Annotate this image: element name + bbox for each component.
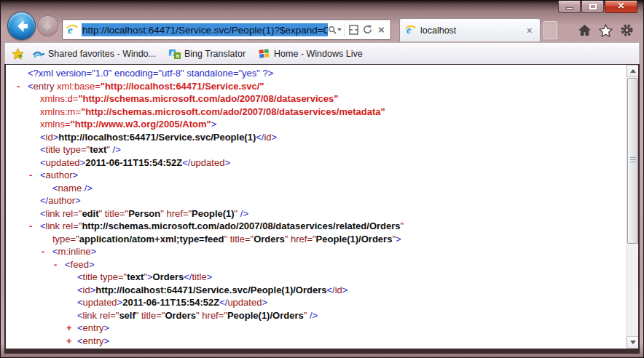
xml-token: http://schemas.microsoft.com/ado/2007/08… — [82, 220, 400, 231]
favorite-home-windows-live[interactable]: Home - Windows Live — [259, 48, 363, 59]
xml-token: < — [28, 81, 34, 92]
add-favorite-button[interactable] — [12, 48, 24, 60]
xml-token: link — [83, 310, 98, 321]
xml-token: link — [46, 220, 60, 231]
xml-line: -<entry xml:base="http://localhost:64471… — [28, 80, 626, 93]
xml-token: xmlns:m= — [40, 106, 81, 117]
star-icon — [599, 24, 613, 37]
xml-token: 2011-06-11T15:54:52Z — [122, 297, 219, 308]
xml-token: Orders — [165, 310, 196, 321]
xml-token: > — [224, 157, 230, 168]
xml-line: -<author> — [28, 169, 626, 182]
arrow-down-icon — [630, 341, 636, 344]
collapse-toggle[interactable]: - — [17, 80, 28, 93]
xml-token: name — [58, 183, 82, 194]
xml-token: application/atom+xml;type=feed — [79, 234, 224, 244]
xml-line: xmlns:d="http://schemas.microsoft.com/ad… — [28, 92, 626, 106]
xml-line: <id>http://localhost:64471/Service.svc/P… — [28, 284, 626, 297]
xml-token: </ — [65, 348, 73, 349]
divider — [344, 23, 345, 36]
xml-token: < — [40, 220, 46, 231]
xml-token: </ — [182, 157, 190, 168]
xml-token: < — [40, 144, 46, 155]
xml-token: < — [77, 310, 83, 321]
content-frame: <?xml version="1.0" encoding="utf-8" sta… — [4, 64, 640, 354]
new-tab-button[interactable] — [543, 21, 557, 39]
minimize-button[interactable] — [558, 1, 581, 13]
xml-token: > — [75, 195, 81, 206]
xml-token: < — [77, 271, 83, 282]
collapse-toggle[interactable]: - — [54, 258, 65, 271]
xml-token: title — [83, 271, 98, 282]
xml-token: " — [401, 220, 404, 231]
expand-toggle[interactable]: + — [66, 335, 77, 348]
close-icon: ✕ — [605, 1, 637, 12]
xml-document: <?xml version="1.0" encoding="utf-8" sta… — [6, 65, 626, 349]
xml-token: < — [52, 246, 58, 257]
favorite-bing-translator[interactable]: あa Bing Translator — [169, 48, 246, 59]
xml-token: < — [77, 297, 83, 308]
stop-icon: × — [378, 24, 385, 35]
view-favorites-button[interactable] — [598, 23, 613, 38]
xml-token: link — [46, 208, 60, 219]
tab-localhost[interactable]: e localhost × — [399, 18, 541, 41]
collapse-toggle[interactable]: - — [29, 220, 40, 233]
xml-line: <updated>2011-06-11T15:54:52Z</updated> — [28, 156, 626, 170]
close-button[interactable]: ✕ — [605, 1, 637, 13]
xml-token: People(1)/Orders — [227, 310, 304, 321]
xml-token: > — [104, 335, 110, 346]
scroll-down-button[interactable] — [627, 336, 638, 349]
stop-button[interactable]: × — [374, 21, 388, 38]
compatibility-view-icon — [349, 25, 358, 35]
xml-token: " title=" — [224, 234, 254, 244]
xml-token: entry — [83, 322, 104, 333]
favorite-label: Bing Translator — [184, 49, 246, 59]
xml-token: updated — [190, 157, 224, 168]
favorite-label: Home - Windows Live — [274, 49, 363, 59]
xml-token: self — [119, 310, 135, 321]
xml-token: > — [90, 246, 96, 257]
maximize-icon — [589, 4, 597, 9]
xml-token: id — [335, 285, 342, 295]
xml-token: 2011-06-11T15:54:52Z — [85, 157, 182, 168]
expand-toggle[interactable]: + — [66, 322, 77, 335]
xml-token: "http://schemas.microsoft.com/ado/2007/0… — [81, 106, 385, 117]
xml-token: People(1)/Orders — [316, 234, 393, 244]
xml-token: > — [104, 322, 110, 333]
search-button[interactable] — [328, 21, 342, 38]
xml-token: /> — [82, 183, 93, 194]
back-button[interactable] — [7, 12, 36, 40]
xml-line: -<m:inline> — [28, 245, 626, 258]
url-input[interactable]: http://localhost:64471/Service.svc/Peopl… — [82, 23, 328, 36]
tab-close-button[interactable]: × — [525, 25, 535, 36]
xml-token: > — [89, 259, 95, 270]
xml-token: xml:base= — [55, 81, 101, 92]
xml-token: type=" — [60, 144, 90, 155]
address-bar[interactable]: e http://localhost:64471/Service.svc/Peo… — [62, 19, 391, 40]
collapse-toggle[interactable]: - — [29, 169, 40, 182]
forward-button[interactable] — [37, 15, 58, 36]
xml-token: " href=" — [196, 310, 227, 321]
tools-button[interactable] — [619, 23, 635, 38]
minimize-icon — [566, 7, 573, 9]
maximize-button[interactable] — [581, 1, 604, 13]
xml-token: > — [72, 170, 78, 180]
compatibility-view-button[interactable] — [347, 21, 361, 38]
command-bar — [577, 23, 635, 38]
vertical-scrollbar[interactable] — [626, 65, 638, 349]
favorite-shared-favorites[interactable]: Shared favorites - Windo... — [33, 49, 156, 59]
scrollbar-thumb[interactable] — [627, 78, 638, 244]
xml-token: /> — [237, 208, 248, 219]
xml-token: </ — [40, 195, 48, 206]
home-button[interactable] — [577, 23, 592, 38]
xml-token: xmlns:d= — [40, 93, 78, 104]
scroll-up-button[interactable] — [627, 65, 638, 77]
xml-line: <id>http://localhost:64471/Service.svc/P… — [28, 131, 626, 144]
collapse-toggle[interactable]: - — [42, 245, 52, 258]
xml-token: Orders — [254, 234, 285, 244]
xml-token: text — [127, 271, 144, 282]
refresh-button[interactable] — [361, 21, 374, 38]
favorite-label: Shared favorites - Windo... — [48, 49, 156, 59]
xml-token: "http://www.w3.org/2005/Atom" — [71, 119, 211, 130]
page-content: <?xml version="1.0" encoding="utf-8" sta… — [6, 65, 638, 349]
